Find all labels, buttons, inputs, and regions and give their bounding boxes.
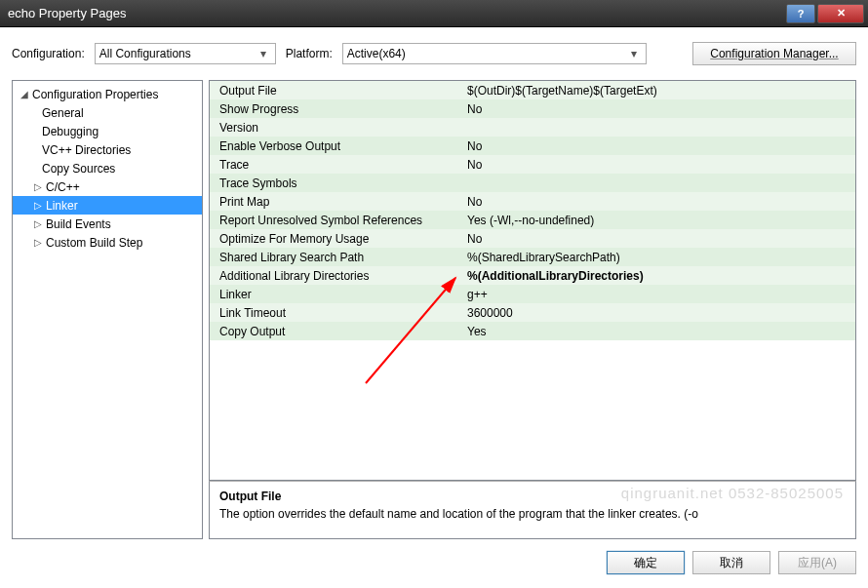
main-split: ◢ Configuration Properties General Debug…: [12, 80, 856, 539]
property-row[interactable]: Show ProgressNo: [210, 99, 855, 118]
tree-item-general[interactable]: General: [13, 103, 202, 122]
property-row[interactable]: Output File$(OutDir)$(TargetName)$(Targe…: [210, 81, 855, 99]
property-value: %(AdditionalLibraryDirectories): [463, 269, 855, 283]
property-name: Report Unresolved Symbol References: [210, 214, 463, 227]
property-value: No: [463, 102, 855, 116]
property-name: Additional Library Directories: [210, 269, 463, 283]
platform-combo[interactable]: Active(x64) ▾: [342, 43, 647, 64]
ok-button[interactable]: 确定: [607, 551, 685, 574]
configuration-value: All Configurations: [99, 47, 191, 60]
title-bar: echo Property Pages ? ✕: [0, 0, 868, 27]
property-row[interactable]: Linkerg++: [210, 285, 855, 303]
property-name: Show Progress: [210, 102, 463, 116]
property-value: %(SharedLibrarySearchPath): [463, 251, 855, 264]
tree-item-custom-build-step[interactable]: ▷Custom Build Step: [13, 233, 202, 252]
tree-root-label: Configuration Properties: [32, 88, 158, 101]
property-value: Yes: [463, 325, 855, 338]
platform-label: Platform:: [286, 47, 333, 60]
property-value: No: [463, 232, 855, 246]
close-button[interactable]: ✕: [817, 4, 864, 23]
help-button[interactable]: ?: [786, 4, 815, 23]
property-row[interactable]: Optimize For Memory UsageNo: [210, 229, 855, 248]
property-row[interactable]: Copy OutputYes: [210, 322, 855, 340]
tree-item-build-events[interactable]: ▷Build Events: [13, 215, 202, 233]
apply-button[interactable]: 应用(A): [778, 551, 856, 574]
property-row[interactable]: Enable Verbose OutputNo: [210, 137, 855, 155]
description-body: The option overrides the default name an…: [219, 507, 846, 521]
property-name: Shared Library Search Path: [210, 251, 463, 264]
property-name: Print Map: [210, 195, 463, 209]
property-name: Output File: [210, 84, 463, 98]
configuration-manager-label: Configuration Manager...: [710, 47, 838, 60]
chevron-down-icon: ▾: [626, 47, 642, 60]
configuration-label: Configuration:: [12, 47, 85, 60]
property-name: Copy Output: [210, 325, 463, 338]
property-row[interactable]: Print MapNo: [210, 192, 855, 211]
property-row[interactable]: Report Unresolved Symbol ReferencesYes (…: [210, 211, 855, 229]
property-value: g++: [463, 288, 855, 301]
cancel-button[interactable]: 取消: [692, 551, 770, 574]
property-row[interactable]: Additional Library Directories%(Addition…: [210, 266, 855, 285]
triangle-right-icon: ▷: [32, 237, 44, 248]
property-row[interactable]: TraceNo: [210, 155, 855, 174]
config-bar: Configuration: All Configurations ▾ Plat…: [12, 37, 856, 70]
property-value: No: [463, 158, 855, 172]
tree-item-copy-sources[interactable]: Copy Sources: [13, 159, 202, 177]
triangle-right-icon: ▷: [32, 181, 44, 192]
property-row[interactable]: Version: [210, 118, 855, 137]
property-name: Trace: [210, 158, 463, 172]
description-heading: Output File: [219, 490, 846, 503]
property-name: Version: [210, 121, 463, 135]
dialog-buttons: 确定 取消 应用(A): [12, 539, 856, 576]
nav-tree: ◢ Configuration Properties General Debug…: [12, 80, 203, 539]
property-name: Enable Verbose Output: [210, 139, 463, 153]
tree-item-linker[interactable]: ▷Linker: [13, 196, 202, 215]
property-name: Linker: [210, 288, 463, 301]
configuration-manager-button[interactable]: Configuration Manager...: [692, 42, 856, 65]
tree-root[interactable]: ◢ Configuration Properties: [13, 85, 202, 103]
triangle-right-icon: ▷: [32, 200, 44, 211]
configuration-combo[interactable]: All Configurations ▾: [95, 43, 276, 64]
chevron-down-icon: ▾: [256, 47, 271, 60]
property-name: Link Timeout: [210, 306, 463, 320]
window-buttons: ? ✕: [786, 4, 864, 23]
property-value: 3600000: [463, 306, 855, 320]
dialog-body: Configuration: All Configurations ▾ Plat…: [0, 27, 868, 588]
property-name: Optimize For Memory Usage: [210, 232, 463, 246]
tree-item-c-cpp[interactable]: ▷C/C++: [13, 177, 202, 196]
property-value: Yes (-Wl,--no-undefined): [463, 214, 855, 227]
property-value: No: [463, 195, 855, 209]
triangle-right-icon: ▷: [32, 218, 44, 229]
platform-value: Active(x64): [347, 47, 406, 60]
tree-item-debugging[interactable]: Debugging: [13, 122, 202, 140]
property-row[interactable]: Link Timeout3600000: [210, 303, 855, 322]
property-value: No: [463, 139, 855, 153]
property-name: Trace Symbols: [210, 176, 463, 190]
property-grid: Output File$(OutDir)$(TargetName)$(Targe…: [209, 80, 856, 481]
property-row[interactable]: Trace Symbols: [210, 174, 855, 192]
triangle-down-icon: ◢: [19, 89, 30, 99]
window-title: echo Property Pages: [8, 6, 786, 20]
tree-item-vcpp-directories[interactable]: VC++ Directories: [13, 140, 202, 159]
description-panel: Output File The option overrides the def…: [209, 481, 856, 539]
property-value: $(OutDir)$(TargetName)$(TargetExt): [463, 84, 855, 98]
property-row[interactable]: Shared Library Search Path%(SharedLibrar…: [210, 248, 855, 266]
right-pane: Output File$(OutDir)$(TargetName)$(Targe…: [209, 80, 856, 539]
